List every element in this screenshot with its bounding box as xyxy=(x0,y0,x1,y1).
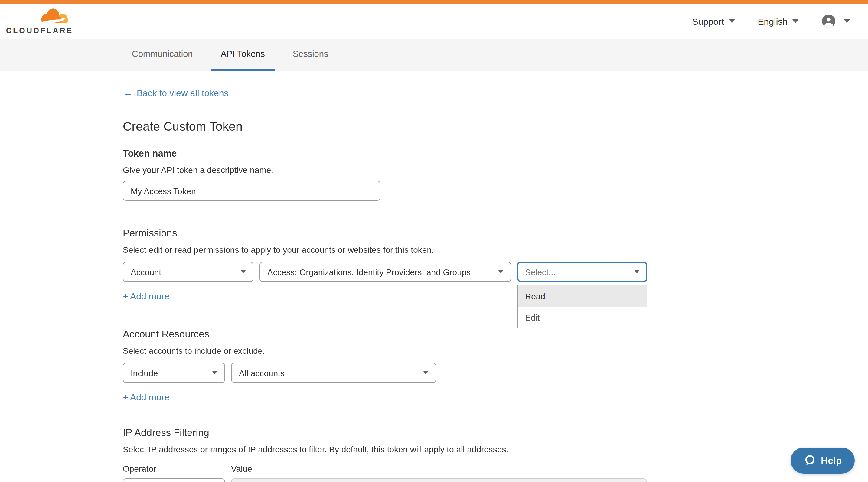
account-resources-description: Select accounts to include or exclude. xyxy=(123,346,868,356)
help-button-label: Help xyxy=(821,455,842,466)
support-menu[interactable]: Support xyxy=(692,16,735,26)
permissions-section: Permissions Select edit or read permissi… xyxy=(123,227,868,302)
permissions-controls-row: Account Access: Organizations, Identity … xyxy=(123,262,868,282)
value-label: Value xyxy=(231,464,252,474)
cloudflare-logo[interactable]: CLOUDFLARE xyxy=(6,7,71,35)
cloudflare-logo-text: CLOUDFLARE xyxy=(6,26,73,35)
account-resources-add-more-link[interactable]: + Add more xyxy=(123,392,169,402)
back-link-label: Back to view all tokens xyxy=(137,88,229,98)
resource-accounts-select[interactable]: All accounts xyxy=(231,363,436,383)
permissions-add-more-link[interactable]: + Add more xyxy=(123,291,169,301)
chevron-down-icon xyxy=(241,270,246,274)
permission-scope-value: Account xyxy=(131,267,161,277)
permission-resource-value: Access: Organizations, Identity Provider… xyxy=(267,267,471,277)
account-resources-controls-row: Include All accounts xyxy=(123,363,868,383)
chevron-down-icon xyxy=(793,19,799,23)
permissions-description: Select edit or read permissions to apply… xyxy=(123,245,868,255)
page-title: Create Custom Token xyxy=(123,119,868,134)
account-resources-section: Account Resources Select accounts to inc… xyxy=(123,328,868,403)
menu-option-edit[interactable]: Edit xyxy=(518,307,647,328)
permission-scope-select[interactable]: Account xyxy=(123,262,253,282)
header: CLOUDFLARE Support English xyxy=(0,4,868,39)
resource-accounts-value: All accounts xyxy=(239,368,285,378)
chevron-down-icon xyxy=(498,270,503,274)
language-menu[interactable]: English xyxy=(758,16,799,26)
permission-level-select-wrap: Select... Read Edit xyxy=(517,262,647,282)
back-to-tokens-link[interactable]: ← Back to view all tokens xyxy=(123,88,229,98)
permission-level-menu: Read Edit xyxy=(517,285,647,328)
permissions-heading: Permissions xyxy=(123,227,868,239)
ip-filtering-controls-row: Select... xyxy=(123,478,868,482)
operator-label: Operator xyxy=(123,464,225,474)
tab-communication[interactable]: Communication xyxy=(122,39,203,71)
ip-filtering-section: IP Address Filtering Select IP addresses… xyxy=(123,427,868,482)
chevron-down-icon xyxy=(212,371,217,374)
permission-level-placeholder: Select... xyxy=(525,267,556,277)
resource-mode-select[interactable]: Include xyxy=(123,363,225,383)
profile-tabbar: Communication API Tokens Sessions xyxy=(0,39,868,71)
chevron-down-icon xyxy=(424,371,428,374)
language-menu-label: English xyxy=(758,16,787,26)
main-content: ← Back to view all tokens Create Custom … xyxy=(0,71,868,482)
chevron-down-icon xyxy=(844,19,850,23)
ip-filtering-labels-row: Operator Value xyxy=(123,464,868,474)
permission-level-select[interactable]: Select... xyxy=(517,262,647,282)
user-avatar-icon xyxy=(822,14,836,28)
ip-value-input[interactable] xyxy=(231,478,647,482)
token-name-section: Token name Give your API token a descrip… xyxy=(123,148,868,201)
chevron-down-icon xyxy=(729,19,735,23)
token-name-description: Give your API token a descriptive name. xyxy=(123,165,868,175)
cloudflare-cloud-icon xyxy=(39,7,70,26)
help-button[interactable]: Help xyxy=(790,448,855,474)
token-name-heading: Token name xyxy=(123,148,868,159)
token-name-input[interactable] xyxy=(123,181,380,201)
ip-filtering-heading: IP Address Filtering xyxy=(123,427,868,439)
ip-filtering-description: Select IP addresses or ranges of IP addr… xyxy=(123,445,868,454)
ip-operator-select[interactable]: Select... xyxy=(123,478,225,482)
account-resources-heading: Account Resources xyxy=(123,328,868,340)
chat-bubble-icon xyxy=(803,454,816,467)
page-root: CLOUDFLARE Support English xyxy=(0,0,868,482)
back-arrow-icon: ← xyxy=(123,88,133,98)
header-right: Support English xyxy=(692,14,850,28)
account-menu[interactable] xyxy=(822,14,850,28)
resource-mode-value: Include xyxy=(131,368,158,378)
permission-resource-select[interactable]: Access: Organizations, Identity Provider… xyxy=(259,262,511,282)
support-menu-label: Support xyxy=(692,16,724,26)
tab-api-tokens[interactable]: API Tokens xyxy=(211,39,275,71)
menu-option-read[interactable]: Read xyxy=(518,285,647,307)
chevron-down-icon xyxy=(634,270,639,274)
tab-sessions[interactable]: Sessions xyxy=(283,39,338,71)
brand-accent-bar xyxy=(0,0,868,4)
